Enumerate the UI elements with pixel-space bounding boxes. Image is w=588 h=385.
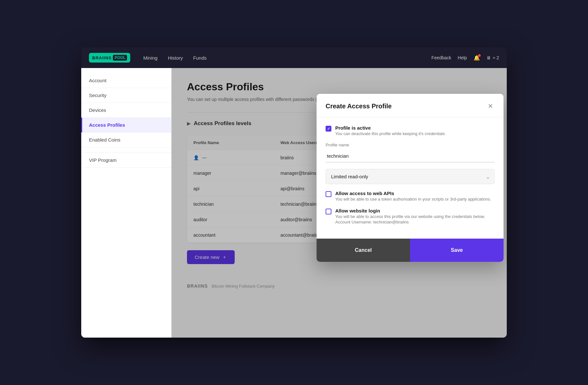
web-api-label: Allow access to web APIs: [335, 191, 491, 196]
save-button[interactable]: Save: [410, 239, 504, 262]
help-button[interactable]: Help: [458, 55, 467, 60]
topbar-right: Feedback Help 🔔 🖥 ≈ 2: [431, 55, 499, 61]
notification-bell-icon[interactable]: 🔔: [474, 55, 480, 61]
create-access-profile-modal: Create Access Profile ✕ ✓ Profile is act…: [317, 94, 504, 262]
website-login-text: Allow website login You will be able to …: [335, 208, 485, 224]
website-login-checkbox[interactable]: [326, 209, 331, 214]
nav-mining[interactable]: Mining: [143, 54, 157, 62]
profile-active-checkbox[interactable]: ✓: [326, 126, 331, 132]
modal-title: Create Access Profile: [326, 103, 392, 110]
web-api-text: Allow access to web APIs You will be abl…: [335, 191, 491, 202]
modal-body: ✓ Profile is active You can deactivate t…: [317, 117, 504, 239]
sidebar-item-vip-program[interactable]: VIP Program: [81, 153, 171, 168]
content-area: Access Profiles You can set up multiple …: [172, 68, 507, 338]
profile-active-row: ✓ Profile is active You can deactivate t…: [326, 125, 495, 136]
logo-pool: POOL: [113, 55, 127, 61]
notification-dot: [478, 54, 481, 57]
nav-funds[interactable]: Funds: [193, 54, 207, 62]
nav-links: Mining History Funds: [143, 54, 431, 62]
web-api-row: Allow access to web APIs You will be abl…: [326, 191, 495, 202]
profile-active-desc: You can deactivate this profile while ke…: [335, 131, 445, 136]
cancel-button[interactable]: Cancel: [317, 239, 410, 262]
feedback-button[interactable]: Feedback: [431, 55, 451, 60]
logo-text: BRAIINS: [92, 55, 112, 60]
profile-name-label: Profile name: [326, 143, 495, 147]
sidebar-item-access-profiles[interactable]: Access Profiles: [81, 118, 171, 133]
permission-select-wrapper: Limited read-onlyRead-onlyFull access ⌄: [326, 169, 495, 184]
sidebar-item-security[interactable]: Security: [81, 88, 171, 103]
sidebar: Account Security Devices Access Profiles…: [81, 68, 172, 338]
modal-footer: Cancel Save: [317, 239, 504, 262]
nav-history[interactable]: History: [168, 54, 183, 62]
sidebar-item-enabled-coins[interactable]: Enabled Coins: [81, 133, 171, 147]
website-login-row: Allow website login You will be able to …: [326, 208, 495, 224]
topbar: BRAIINS POOL Mining History Funds Feedba…: [81, 47, 507, 68]
close-icon[interactable]: ✕: [486, 102, 495, 111]
website-login-desc2: Account Username: technician@braiins: [335, 220, 485, 224]
permission-select[interactable]: Limited read-onlyRead-onlyFull access: [326, 169, 495, 184]
sidebar-item-devices[interactable]: Devices: [81, 103, 171, 118]
website-login-label: Allow website login: [335, 208, 485, 213]
profile-active-text: Profile is active You can deactivate thi…: [335, 125, 445, 136]
modal-header: Create Access Profile ✕: [317, 94, 504, 117]
sidebar-item-account[interactable]: Account: [81, 73, 171, 88]
wallet-area[interactable]: 🖥 ≈ 2: [486, 55, 499, 60]
logo-box: BRAIINS POOL: [89, 53, 130, 63]
wallet-icon: 🖥: [486, 55, 491, 60]
checkmark-icon: ✓: [327, 127, 330, 131]
main-layout: Account Security Devices Access Profiles…: [81, 68, 507, 338]
browser-window: BRAIINS POOL Mining History Funds Feedba…: [81, 47, 507, 338]
profile-active-label: Profile is active: [335, 125, 445, 131]
web-api-checkbox[interactable]: [326, 191, 331, 197]
web-api-desc: You will be able to use a token authoris…: [335, 197, 491, 202]
modal-overlay: Create Access Profile ✕ ✓ Profile is act…: [172, 68, 507, 338]
profile-name-input[interactable]: [326, 150, 495, 163]
website-login-desc: You will be able to access this profile …: [335, 214, 485, 219]
wallet-value: ≈ 2: [493, 55, 499, 60]
logo-area: BRAIINS POOL: [89, 53, 130, 63]
